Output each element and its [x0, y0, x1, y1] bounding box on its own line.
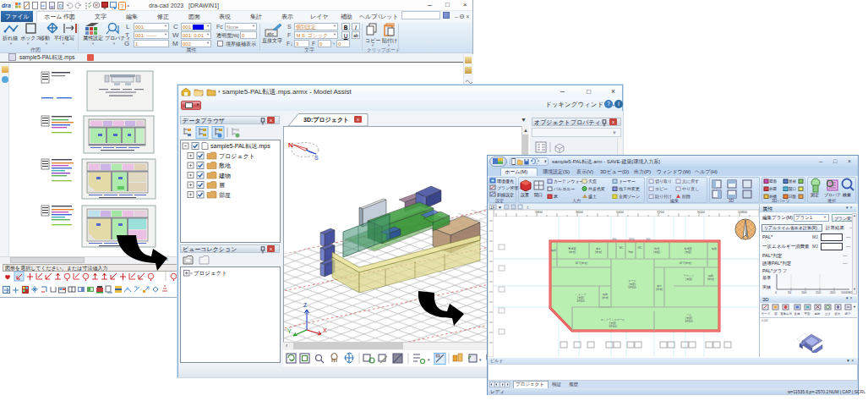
svg-text:SP400: SP400 [609, 325, 617, 328]
svg-text:1800: 1800 [629, 238, 635, 241]
svg-text:(居室): (居室) [653, 250, 660, 254]
svg-text:▼: ▼ [543, 159, 547, 165]
svg-text:廊下(非居): 廊下(非居) [680, 261, 691, 265]
svg-text:dra: dra [2, 3, 11, 8]
svg-text:盛土: 盛土 [588, 194, 597, 199]
svg-text:X: X [323, 327, 327, 333]
svg-text:屋根: 屋根 [789, 179, 797, 184]
svg-text:10800: 10800 [738, 210, 748, 214]
svg-text:(非居): (非居) [707, 277, 714, 281]
svg-text:abc: abc [267, 31, 275, 36]
svg-text:200: 200 [830, 291, 835, 294]
svg-text:(非居): (非居) [602, 296, 609, 299]
svg-text:バルコニー: バルコニー [553, 186, 575, 191]
svg-text:1000MJ: 1000MJ [841, 291, 853, 294]
svg-text:基準表示: 基準表示 [780, 312, 792, 316]
svg-text:100: 100 [801, 291, 806, 294]
svg-text:縮小: 縮小 [844, 311, 851, 316]
svg-text:1F: 1F [490, 205, 495, 210]
svg-text:D: D [59, 3, 63, 8]
svg-text:?: ? [121, 3, 124, 9]
svg-text:上げ: 上げ [825, 312, 831, 316]
svg-text:(居室): (居室) [685, 277, 692, 281]
svg-text:開口: 開口 [789, 187, 796, 192]
svg-text:(居室): (居室) [685, 250, 691, 254]
svg-text:3600: 3600 [576, 210, 584, 214]
svg-text:層: 層 [219, 182, 225, 189]
svg-text:やり直し: やり直し [682, 186, 699, 191]
svg-text:地下外変更: 地下外変更 [618, 186, 640, 191]
svg-text:sample5-PAL転送.mps: sample5-PAL転送.mps [210, 143, 270, 150]
svg-text:南西: 南西 [815, 312, 821, 316]
svg-text:SP400: SP400 [628, 286, 636, 289]
svg-text:外壁: 外壁 [769, 186, 778, 191]
svg-text:Y: Y [287, 328, 292, 334]
svg-text:900: 900 [612, 238, 616, 241]
svg-text:モード: モード [762, 312, 770, 316]
svg-text:拡大: 拡大 [835, 312, 841, 316]
svg-text:平面: 平面 [805, 311, 811, 316]
svg-text:5400: 5400 [616, 210, 625, 214]
svg-text:↕: ↕ [527, 205, 529, 210]
svg-text:▼: ▼ [498, 205, 502, 210]
svg-text:全周ゾーン: 全周ゾーン [619, 194, 640, 199]
svg-text:コピー: コピー [655, 186, 668, 191]
svg-text:床: 床 [554, 194, 558, 199]
svg-text:▼: ▼ [478, 358, 482, 362]
svg-text:SP400: SP400 [576, 299, 585, 303]
svg-text:0: 0 [775, 291, 777, 294]
svg-text:9000: 9000 [697, 210, 706, 214]
svg-text:廊下(非居): 廊下(非居) [576, 261, 587, 265]
svg-text:150: 150 [816, 291, 821, 294]
svg-text:洗面: 洗面 [628, 250, 633, 254]
svg-text:プロジェクト: プロジェクト [219, 153, 255, 159]
svg-text:建物: 建物 [218, 173, 231, 179]
svg-text:50: 50 [788, 291, 791, 294]
svg-text:WC: WC [619, 246, 624, 250]
svg-text:(非居): (非居) [595, 250, 602, 254]
svg-text:壁面: 壁面 [769, 179, 778, 184]
svg-text:外皮色変: 外皮色変 [588, 186, 605, 192]
svg-text:(非居): (非居) [569, 250, 576, 254]
svg-text:1800: 1800 [535, 210, 543, 214]
svg-text:部屋: 部屋 [219, 192, 231, 199]
svg-text:7200: 7200 [657, 210, 665, 214]
svg-text:切り取り: 切り取り [655, 179, 672, 184]
svg-text:▼: ▼ [427, 358, 430, 362]
svg-text:元に戻す: 元に戻す [682, 179, 699, 184]
svg-text:900: 900 [646, 238, 650, 241]
svg-text:削除: 削除 [682, 194, 691, 200]
svg-text:Z: Z [303, 302, 308, 308]
svg-text:天窓: 天窓 [588, 179, 597, 184]
svg-text:=: = [127, 3, 129, 8]
svg-text:全体: 全体 [794, 312, 800, 316]
svg-text:▼: ▼ [853, 305, 856, 309]
svg-text:S: S [314, 155, 319, 161]
svg-text:WC: WC [637, 246, 642, 250]
svg-text:(非居): (非居) [656, 288, 663, 291]
svg-text:敷地: 敷地 [219, 162, 231, 169]
svg-text:ドーマー: ドーマー [619, 179, 636, 184]
svg-text:階段: 階段 [551, 249, 557, 252]
svg-text:階段: 階段 [712, 247, 717, 250]
svg-text:N: N [288, 141, 293, 149]
svg-text:面: 面 [774, 312, 778, 316]
svg-text:SP400: SP400 [685, 320, 693, 323]
